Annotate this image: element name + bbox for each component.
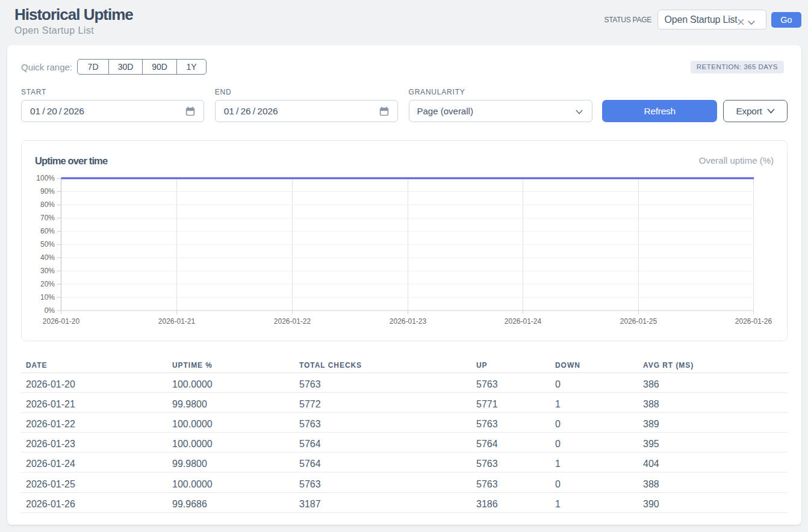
svg-text:2026-01-22: 2026-01-22 xyxy=(274,317,311,326)
svg-text:100%: 100% xyxy=(36,174,55,182)
svg-text:70%: 70% xyxy=(40,214,55,222)
svg-text:10%: 10% xyxy=(40,293,55,302)
svg-text:30%: 30% xyxy=(40,267,55,275)
svg-text:2026-01-20: 2026-01-20 xyxy=(43,317,80,326)
svg-text:2026-01-23: 2026-01-23 xyxy=(390,317,427,326)
svg-text:60%: 60% xyxy=(40,227,55,235)
svg-text:2026-01-26: 2026-01-26 xyxy=(735,317,772,326)
svg-text:2026-01-24: 2026-01-24 xyxy=(505,317,542,326)
svg-text:90%: 90% xyxy=(40,187,55,196)
svg-text:40%: 40% xyxy=(40,253,55,262)
svg-text:80%: 80% xyxy=(40,200,55,209)
svg-text:20%: 20% xyxy=(40,280,55,288)
svg-text:2026-01-25: 2026-01-25 xyxy=(620,317,657,326)
svg-text:50%: 50% xyxy=(40,240,55,249)
svg-text:2026-01-21: 2026-01-21 xyxy=(158,317,196,326)
svg-text:0%: 0% xyxy=(45,306,55,315)
